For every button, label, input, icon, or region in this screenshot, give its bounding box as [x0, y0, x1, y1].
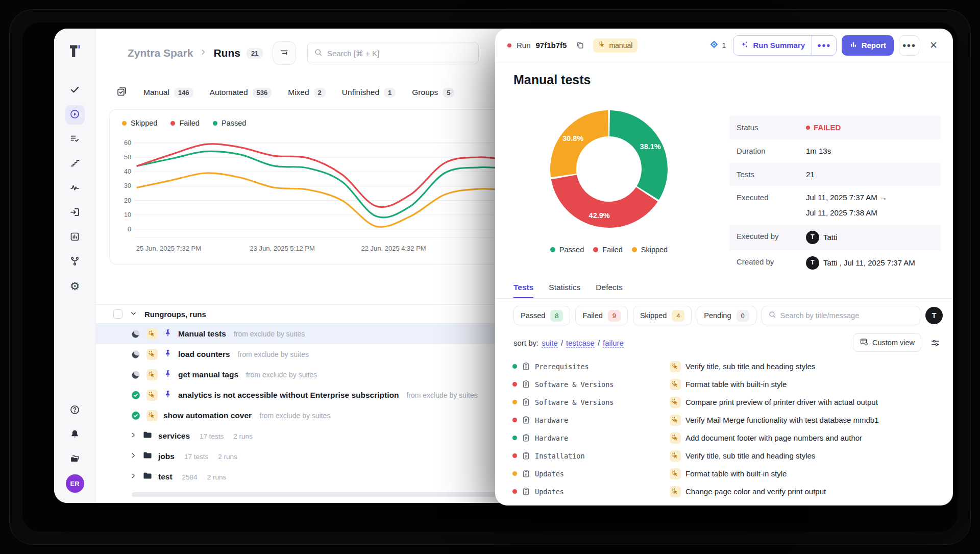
- tab-unfinished[interactable]: Unfinished1: [342, 88, 396, 98]
- detail-text-line2: Jul 11, 2025 7:38 AM: [806, 207, 934, 219]
- chip-count-badge: 4: [672, 310, 684, 322]
- tab-mixed[interactable]: Mixed2: [288, 88, 326, 98]
- run-row-title: get manual tags: [178, 370, 238, 379]
- suite-name: Software & Versions: [535, 398, 614, 406]
- filter-chip-skipped[interactable]: Skipped4: [633, 306, 692, 325]
- detail-text: Tatti , Jul 11, 2025 7:37 AM: [823, 257, 915, 269]
- manual-cursor-icon: [598, 41, 606, 50]
- tab-statistics[interactable]: Statistics: [549, 277, 580, 298]
- custom-view-button[interactable]: Custom view: [853, 333, 921, 352]
- legend-dot: [170, 121, 175, 126]
- test-result-row[interactable]: HardwareVerify Mail Merge functionality …: [512, 411, 943, 429]
- search-icon: [768, 310, 776, 321]
- test-result-row[interactable]: UpdatesChange page color and verify prin…: [512, 483, 943, 500]
- sidebar-item-projects[interactable]: [65, 450, 85, 469]
- folders-icon: [69, 453, 80, 466]
- sidebar-item-help[interactable]: [65, 401, 85, 420]
- sort-link-suite[interactable]: suite: [542, 339, 558, 348]
- sidebar-item-branches[interactable]: [65, 252, 85, 272]
- x-axis-label: 25 Jun, 2025 7:32 PM: [136, 245, 201, 252]
- sidebar-item-analytics[interactable]: [65, 179, 85, 198]
- test-result-row[interactable]: Software & VersionsCompare print preview…: [512, 393, 943, 411]
- user-avatar[interactable]: ER: [66, 474, 84, 493]
- detail-label: Executed by: [737, 231, 806, 240]
- tab-manual[interactable]: Manual146: [143, 88, 193, 98]
- report-button[interactable]: Report: [842, 35, 894, 56]
- run-summary-button[interactable]: Run Summary ●●●: [733, 35, 836, 56]
- donut-segment-skipped[interactable]: [550, 110, 608, 177]
- tab-tests[interactable]: Tests: [513, 277, 533, 298]
- folder-icon: [142, 471, 153, 483]
- test-result-row[interactable]: Software & VersionsFormat table with bui…: [512, 375, 943, 393]
- sort-link-testcase[interactable]: testcase: [566, 339, 595, 348]
- manual-test-icon: [670, 468, 681, 479]
- sidebar-item-settings[interactable]: ⚙: [65, 277, 85, 296]
- status-dot-failed: [512, 489, 517, 494]
- linked-issues[interactable]: 1: [709, 40, 726, 51]
- sidebar-item-tests[interactable]: [65, 81, 85, 100]
- donut-segment-passed[interactable]: [609, 110, 668, 200]
- chevron-right-icon: [199, 48, 207, 58]
- app-logo-icon[interactable]: [66, 42, 84, 60]
- detail-text: Jul 11, 2025 7:37 AM →: [806, 192, 887, 203]
- tatti-avatar: T: [806, 231, 819, 244]
- status-dot-failed: [512, 453, 517, 458]
- copy-run-id-button[interactable]: [572, 37, 588, 54]
- test-suite-cell: Hardware: [512, 416, 670, 424]
- legend-item-passed: Passed: [213, 119, 246, 127]
- run-overview: 38.1%42.9%30.8% PassedFailedSkipped Stat…: [495, 88, 953, 276]
- run-summary-more-button[interactable]: ●●●: [812, 36, 836, 55]
- tatti-avatar: T: [806, 256, 819, 270]
- tab-count-badge: 536: [253, 88, 272, 98]
- folder-icon: [142, 450, 153, 463]
- svg-text:0: 0: [128, 226, 131, 233]
- sidebar-item-notifications[interactable]: [65, 425, 85, 445]
- sidebar-item-plans[interactable]: [65, 130, 85, 149]
- test-search-input[interactable]: [780, 311, 914, 320]
- tab-label: Mixed: [288, 88, 309, 97]
- filter-button[interactable]: [273, 41, 296, 65]
- breadcrumb-project[interactable]: Zyntra Spark: [128, 47, 193, 59]
- horizontal-scrollbar[interactable]: [132, 492, 519, 497]
- svg-text:60: 60: [124, 139, 131, 147]
- test-result-row[interactable]: UpdatesFormat table with built-in style: [512, 465, 943, 483]
- bell-icon: [69, 429, 80, 442]
- legend-item-failed: Failed: [170, 119, 200, 127]
- filter-chip-pending[interactable]: Pending0: [697, 306, 756, 325]
- global-search-input[interactable]: [327, 49, 472, 58]
- sidebar-item-import[interactable]: [65, 203, 85, 223]
- folder-runs-count: 2 runs: [207, 473, 227, 481]
- tab-groups[interactable]: Groups5: [412, 88, 454, 98]
- test-result-row[interactable]: HardwareAdd document footer with page nu…: [512, 429, 943, 447]
- pulse-icon: [69, 182, 80, 195]
- select-runs-icon[interactable]: [116, 86, 127, 99]
- test-title: Change page color and verify print outpu…: [685, 487, 826, 496]
- chevron-right-icon: [130, 452, 137, 461]
- manual-test-icon: [670, 486, 681, 497]
- test-result-row[interactable]: PrerequisitesVerify title, sub title and…: [512, 357, 943, 375]
- run-row-title: show automation cover: [163, 411, 252, 420]
- run-row-title: load counters: [178, 350, 230, 359]
- select-all-checkbox[interactable]: [113, 309, 122, 319]
- tab-defects[interactable]: Defects: [596, 277, 623, 298]
- test-title: Format table with built-in style: [685, 380, 787, 389]
- run-label: Run: [517, 41, 531, 50]
- sort-link-failure[interactable]: failure: [603, 339, 624, 348]
- sparkles-icon: [740, 40, 749, 51]
- test-suite-cell: Updates: [512, 469, 670, 478]
- sidebar-item-reports[interactable]: [65, 228, 85, 247]
- tab-automated[interactable]: Automated536: [210, 88, 272, 98]
- sidebar-item-milestones[interactable]: [65, 154, 85, 174]
- svg-text:50: 50: [124, 154, 131, 161]
- filter-chip-passed[interactable]: Passed8: [513, 306, 570, 325]
- sidebar-item-runs[interactable]: [65, 105, 85, 125]
- chevron-down-icon[interactable]: [130, 309, 137, 319]
- team-avatar[interactable]: T: [925, 307, 943, 324]
- test-result-row[interactable]: InstallationVerify title, sub title and …: [512, 447, 943, 465]
- filter-chip-failed[interactable]: Failed9: [575, 306, 628, 325]
- close-icon[interactable]: ✕: [924, 36, 943, 55]
- panel-more-button[interactable]: ●●●: [899, 35, 919, 56]
- sliders-icon[interactable]: [928, 336, 942, 349]
- status-dot-failed: [512, 382, 517, 387]
- chevron-right-icon: [130, 472, 137, 481]
